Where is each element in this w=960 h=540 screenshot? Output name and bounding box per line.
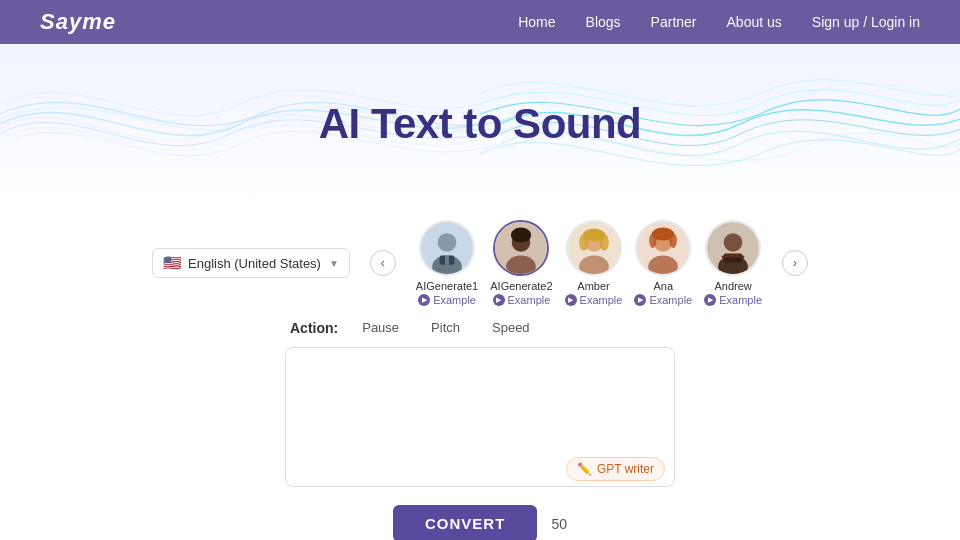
nav-signup[interactable]: Sign up / Login in <box>812 14 920 30</box>
voice-example-1[interactable]: ▶ Example <box>418 294 476 306</box>
voice-avatar-ana <box>635 220 691 276</box>
play-icon-4: ▶ <box>634 294 646 306</box>
voice-avatar-aigenerate2 <box>493 220 549 276</box>
svg-point-8 <box>511 228 531 243</box>
voice-name-3: Amber <box>577 280 609 292</box>
voice-name-2: AIGenerate2 <box>490 280 552 292</box>
char-count: 50 <box>551 516 567 532</box>
action-label: Action: <box>290 320 338 336</box>
language-selector[interactable]: 🇺🇸 English (United States) ▼ <box>152 248 350 278</box>
nav-about[interactable]: About us <box>727 14 782 30</box>
nav-blogs[interactable]: Blogs <box>586 14 621 30</box>
voice-item-aigenerate2[interactable]: AIGenerate2 ▶ Example <box>490 220 552 306</box>
voice-example-label-5: Example <box>719 294 762 306</box>
pencil-icon: ✏️ <box>577 462 592 476</box>
svg-point-14 <box>599 234 608 251</box>
logo: Sayme <box>40 9 116 35</box>
language-name: English (United States) <box>188 256 321 271</box>
play-icon-1: ▶ <box>418 294 430 306</box>
nav-partner[interactable]: Partner <box>651 14 697 30</box>
gpt-writer-label: GPT writer <box>597 462 654 476</box>
carousel-prev-button[interactable]: ‹ <box>370 250 396 276</box>
voice-example-3[interactable]: ▶ Example <box>565 294 623 306</box>
chevron-right-icon: › <box>793 256 797 270</box>
svg-point-13 <box>579 234 588 251</box>
chevron-down-icon: ▼ <box>329 258 339 269</box>
chevron-left-icon: ‹ <box>381 256 385 270</box>
nav-links: Home Blogs Partner About us Sign up / Lo… <box>518 14 920 30</box>
voice-selector-row: 🇺🇸 English (United States) ▼ ‹ <box>152 220 808 306</box>
main-content: 🇺🇸 English (United States) ▼ ‹ <box>0 204 960 540</box>
voice-example-label-3: Example <box>580 294 623 306</box>
convert-row: CONVERT 50 <box>393 505 567 540</box>
carousel-next-button[interactable]: › <box>782 250 808 276</box>
svg-point-19 <box>649 233 656 248</box>
voice-example-label-1: Example <box>433 294 476 306</box>
nav-home[interactable]: Home <box>518 14 555 30</box>
voice-item-andrew[interactable]: Andrew ▶ Example <box>704 220 762 306</box>
play-icon-5: ▶ <box>704 294 716 306</box>
action-row: Action: Pause Pitch Speed <box>290 316 538 339</box>
flag-icon: 🇺🇸 <box>163 254 182 272</box>
play-icon-3: ▶ <box>565 294 577 306</box>
textarea-wrapper: ✏️ GPT writer <box>285 347 675 491</box>
svg-point-1 <box>438 233 457 252</box>
play-icon-2: ▶ <box>493 294 505 306</box>
voice-name-5: Andrew <box>714 280 751 292</box>
voice-avatar-aigeneratee1 <box>419 220 475 276</box>
voice-example-2[interactable]: ▶ Example <box>493 294 551 306</box>
speed-button[interactable]: Speed <box>484 316 538 339</box>
voice-name-1: AIGenerate1 <box>416 280 478 292</box>
hero-section: AI Text to Sound <box>0 44 960 204</box>
voice-example-label-2: Example <box>508 294 551 306</box>
voice-avatar-amber <box>566 220 622 276</box>
hero-title: AI Text to Sound <box>319 100 642 148</box>
svg-rect-4 <box>445 255 449 264</box>
navbar: Sayme Home Blogs Partner About us Sign u… <box>0 0 960 44</box>
convert-button[interactable]: CONVERT <box>393 505 537 540</box>
voice-item-amber[interactable]: Amber ▶ Example <box>565 220 623 306</box>
voice-avatar-andrew <box>705 220 761 276</box>
voices-list: AIGenerate1 ▶ Example AIGenerate2 <box>416 220 762 306</box>
pitch-button[interactable]: Pitch <box>423 316 468 339</box>
svg-point-22 <box>724 233 743 252</box>
voice-example-5[interactable]: ▶ Example <box>704 294 762 306</box>
voice-name-4: Ana <box>654 280 674 292</box>
voice-item-ana[interactable]: Ana ▶ Example <box>634 220 692 306</box>
gpt-writer-button[interactable]: ✏️ GPT writer <box>566 457 665 481</box>
voice-example-label-4: Example <box>649 294 692 306</box>
pause-button[interactable]: Pause <box>354 316 407 339</box>
voice-item-aigeneratee1[interactable]: AIGenerate1 ▶ Example <box>416 220 478 306</box>
voice-example-4[interactable]: ▶ Example <box>634 294 692 306</box>
svg-point-20 <box>670 233 677 248</box>
